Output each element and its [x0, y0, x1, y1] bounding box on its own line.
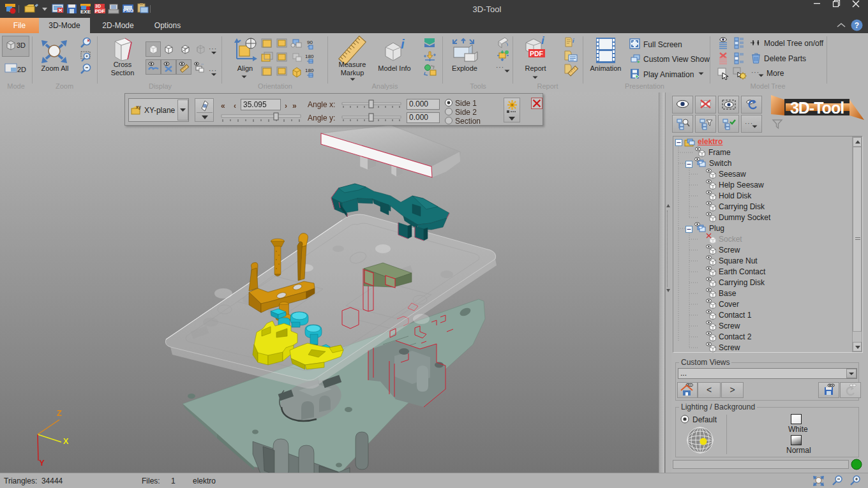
svg-text:180: 180	[305, 54, 314, 59]
svg-text:xy: xy	[136, 105, 141, 110]
svg-text:Y: Y	[39, 458, 45, 468]
svg-text:↔: ↔	[200, 62, 204, 66]
svg-text:X: X	[63, 436, 69, 446]
svg-text:90: 90	[307, 40, 313, 45]
svg-text:i: i	[572, 38, 574, 44]
svg-text:180: 180	[305, 68, 314, 73]
svg-text:i: i	[541, 34, 545, 47]
svg-text:3D-Tool: 3D-Tool	[790, 99, 844, 117]
svg-text:?: ?	[855, 21, 859, 30]
svg-text:Z: Z	[57, 408, 62, 418]
svg-text:PDF: PDF	[95, 8, 105, 14]
svg-text:i: i	[401, 37, 405, 51]
svg-text:PDF: PDF	[530, 50, 544, 57]
svg-text:3D: 3D	[95, 4, 101, 8]
svg-text:EXE: EXE	[80, 9, 91, 15]
